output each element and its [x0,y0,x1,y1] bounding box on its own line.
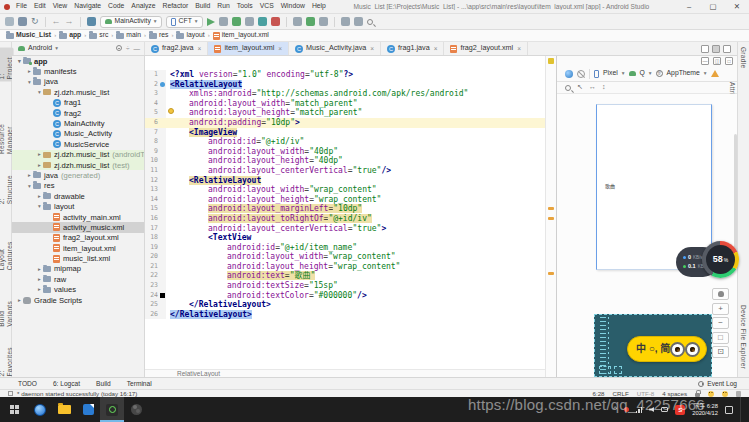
preview-scrollbar[interactable] [734,134,737,254]
breadcrumb-item[interactable]: src [89,31,108,39]
menu-tools[interactable]: Tools [237,2,253,10]
code-line[interactable]: 13android:layout_width="wrap_content" [145,185,545,195]
maximize-button[interactable]: ▢ [701,0,725,13]
tree-item[interactable]: ▸manifests [12,66,144,76]
menu-navigate[interactable]: Navigate [74,2,101,10]
breadcrumb-item[interactable]: app [59,31,81,39]
tree-item[interactable]: ▾app [12,56,144,66]
tree-item[interactable]: CMusic_Activity [12,129,144,139]
taskbar-browser-icon[interactable] [28,397,52,422]
tab-close-icon[interactable]: × [434,45,438,53]
device-select[interactable]: CFT▾ [166,16,203,28]
code-line[interactable]: 7<ImageView [145,128,545,138]
code-editor[interactable]: 1<?xml version="1.0" encoding="utf-8"?>2… [145,56,545,369]
tree-item[interactable]: CMainActivity [12,118,144,128]
code-line[interactable]: 5android:layout_height="match_parent" [145,108,545,118]
design-canvas[interactable]: 歌曲 [557,94,737,377]
code-line[interactable]: 23android:textSize="15sp" [145,281,545,291]
code-line[interactable]: 20android:layout_width="wrap_content" [145,252,545,262]
breadcrumb-item[interactable]: layout [176,31,204,39]
collapse-all-icon[interactable]: ÷ [126,45,130,53]
menu-view[interactable]: View [53,2,68,10]
tab-close-icon[interactable]: × [370,45,374,53]
code-line[interactable]: 1<?xml version="1.0" encoding="utf-8"?> [145,70,545,80]
tree-item[interactable]: ▾java [12,77,144,87]
tree-item[interactable]: item_layout.xml [12,243,144,253]
hide-panel-icon[interactable]: — [134,45,141,53]
back-icon[interactable]: ← [52,17,61,26]
preview-device-select[interactable]: Pixel [603,69,618,77]
pan-button[interactable] [712,288,729,300]
zoom-actual-button[interactable]: ⊡ [712,346,729,358]
menu-file[interactable]: File [16,2,27,10]
zoom-out-icon[interactable] [565,85,571,91]
code-line[interactable]: 3xmlns:android="http://schemas.android.c… [145,89,545,99]
resize-vertical-icon[interactable]: ↕ [602,83,606,91]
preview-split-icon[interactable]: ◫ [713,57,721,65]
code-line[interactable]: 9android:layout_width="40dp" [145,147,545,157]
tree-item[interactable]: activity_main.xml [12,212,144,222]
code-line[interactable]: 11android:layout_centerVertical="true"/> [145,166,545,176]
chevron-right-icon[interactable]: ▸ [36,151,43,158]
taskbar-globe-app-icon[interactable] [124,397,148,422]
menu-refactor[interactable]: Refactor [163,2,189,10]
preview-api-select[interactable]: Q [640,69,645,77]
stripe-warning-mark[interactable] [548,217,554,220]
chevron-down-icon[interactable]: ▾ [36,89,43,96]
breadcrumb-item[interactable]: main [116,31,141,39]
save-icon[interactable] [18,17,27,26]
layout-inspector-icon[interactable] [341,17,350,26]
ime-status-overlay[interactable]: 中 ○, 简 [627,336,707,362]
menu-vcs[interactable]: VCS [260,2,274,10]
resize-horizontal-icon[interactable]: ↔ [589,83,596,91]
plugin-face-icon[interactable] [722,391,728,397]
tree-item[interactable]: ▸raw [12,274,144,284]
attach-debugger-icon[interactable] [293,17,302,26]
stop-icon[interactable] [271,17,280,26]
code-line[interactable]: 14android:layout_height="wrap_content" [145,195,545,205]
taskbar-android-studio-icon[interactable] [100,397,124,422]
taskbar-blue-app-icon[interactable] [76,397,100,422]
code-line[interactable]: 15android:layout_marginLeft="10dp" [145,204,545,214]
menu-help[interactable]: Help [312,2,326,10]
tab-close-icon[interactable]: × [517,45,521,53]
breadcrumb-item[interactable]: res [149,31,168,39]
tab-frag2_layout-xml[interactable]: frag2_layout.xml× [444,42,528,55]
tool-button-device-file-explorer[interactable]: Device File Explorer [740,305,748,369]
tree-item[interactable]: Cfrag2 [12,108,144,118]
tab-Music_Activity-java[interactable]: CMusic_Activity.java× [289,42,381,55]
event-log-button[interactable]: Event Log [698,380,749,388]
chevron-right-icon[interactable]: ▸ [36,286,43,293]
tree-item[interactable]: ▸Gradle Scripts [12,295,144,305]
project-view-selector[interactable]: Android [28,44,52,52]
zoom-in-button[interactable]: + [712,303,729,315]
intention-bulb-icon[interactable] [168,108,174,114]
code-line[interactable]: 24android:textColor="#000000"/> [145,291,545,301]
preview-hide-icon[interactable]: □ [725,57,733,65]
code-line[interactable]: 2<RelativeLayout [145,80,545,90]
orientation-icon[interactable] [577,70,585,78]
profiler-icon[interactable] [258,17,267,26]
menu-analyze[interactable]: Analyze [131,2,155,10]
code-line[interactable]: 10android:layout_height="40dp" [145,156,545,166]
taskbar-file-explorer-icon[interactable] [52,397,76,422]
menu-code[interactable]: Code [108,2,124,10]
coverage-icon[interactable] [245,17,254,26]
breadcrumb-item[interactable]: Music_List [6,31,51,39]
tool-button-6-logcat[interactable]: 6: Logcat [53,380,80,388]
tool-button-build[interactable]: Build [96,380,111,388]
menu-edit[interactable]: Edit [34,2,46,10]
sync-icon[interactable]: ↻ [31,17,39,26]
tab-frag1-java[interactable]: Cfrag1.java× [381,42,444,55]
start-button[interactable] [0,397,28,422]
tree-item[interactable]: Cfrag1 [12,98,144,108]
stripe-warning-mark[interactable] [548,207,554,210]
close-button[interactable]: ✕ [725,0,749,13]
code-line[interactable]: 22android:text="歌曲" [145,271,545,281]
debug-icon[interactable] [232,17,241,26]
warning-icon[interactable] [711,70,719,77]
code-line[interactable]: 18<TextView [145,233,545,243]
tab-item_layout-xml[interactable]: item_layout.xml× [208,42,289,55]
tool-button-todo[interactable]: TODO [18,380,37,388]
tree-item[interactable]: ▸values [12,285,144,295]
